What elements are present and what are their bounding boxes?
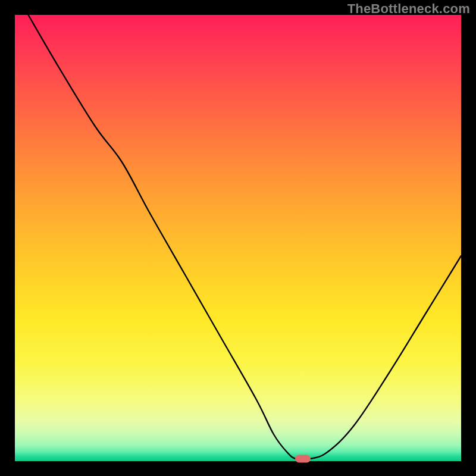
optimal-marker bbox=[295, 455, 311, 463]
chart-frame: TheBottleneck.com bbox=[0, 0, 476, 476]
bottleneck-curve bbox=[15, 15, 461, 461]
plot-area bbox=[15, 15, 461, 461]
